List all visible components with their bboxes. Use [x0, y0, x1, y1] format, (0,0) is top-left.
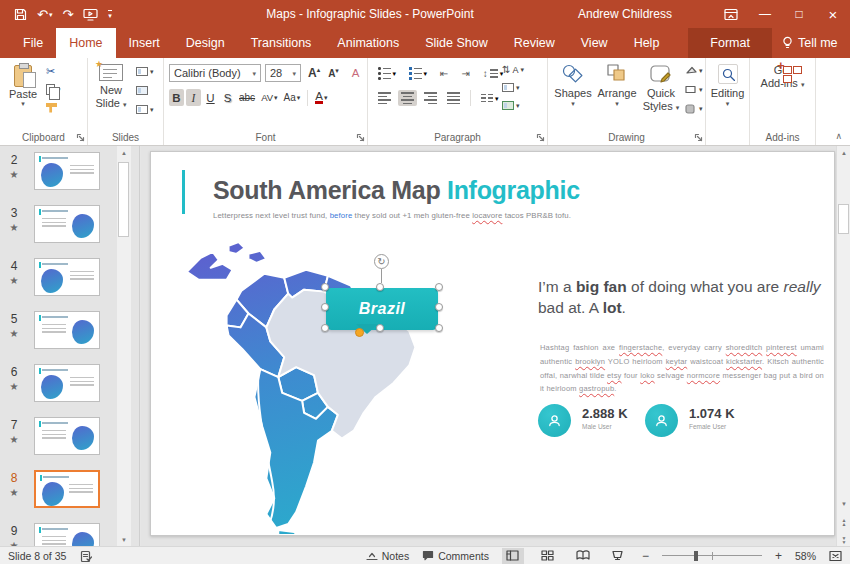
slide-sorter-view-button[interactable] [537, 548, 559, 564]
spell-check-icon[interactable] [80, 550, 92, 562]
ribbon-display-options-icon[interactable] [714, 0, 748, 28]
slide-heading-text[interactable]: I’m a big fan of doing what you are real… [538, 276, 838, 318]
tab-home[interactable]: Home [56, 28, 115, 58]
font-dialog-launcher[interactable] [356, 133, 365, 142]
increase-indent-button[interactable]: ⇥ [458, 66, 472, 81]
undo-button[interactable]: ↶ ▾ [37, 8, 52, 21]
slide-thumbnail-7[interactable] [34, 417, 100, 455]
drawing-dialog-launcher[interactable] [694, 133, 703, 142]
minimize-button[interactable]: — [748, 0, 782, 28]
numbering-button[interactable]: ▾ [406, 65, 430, 82]
bold-button[interactable]: B [169, 89, 184, 106]
zoom-level[interactable]: 58% [795, 550, 816, 562]
increase-font-size-button[interactable]: A▴ [306, 64, 322, 81]
font-size-combobox[interactable]: 28 ▾ [265, 64, 301, 82]
scroll-up-icon[interactable]: ▲ [837, 146, 850, 159]
copy-button[interactable]: ▾ [46, 83, 61, 96]
text-shadow-button[interactable]: S [220, 89, 235, 106]
bullets-button[interactable]: ▾ [375, 65, 399, 82]
tab-design[interactable]: Design [173, 28, 238, 58]
align-right-button[interactable] [421, 90, 440, 106]
shapes-button[interactable]: Shapes ▾ [550, 63, 596, 107]
scroll-down-icon[interactable]: ▼ [837, 497, 850, 510]
maximize-button[interactable]: □ [782, 0, 816, 28]
cut-button[interactable]: ✂ [46, 65, 61, 78]
tab-slide-show[interactable]: Slide Show [412, 28, 501, 58]
zoom-in-button[interactable]: + [775, 549, 782, 563]
brazil-callout-selection[interactable]: ↻ Brazil [321, 283, 443, 335]
slide-thumbnail-5[interactable] [34, 311, 100, 349]
character-spacing-button[interactable]: AV▾ [259, 89, 279, 106]
paragraph-dialog-launcher[interactable] [536, 133, 545, 142]
normal-view-button[interactable] [502, 548, 524, 564]
convert-smartart-button[interactable]: ▾ [502, 99, 524, 112]
selection-handle[interactable] [321, 324, 329, 332]
new-slide-button[interactable]: ★ New Slide ▾ [92, 63, 130, 110]
decrease-indent-button[interactable]: ⇤ [437, 66, 451, 81]
next-slide-button[interactable]: ▼▼ [837, 536, 850, 544]
panel-scrollbar-thumb[interactable] [118, 162, 129, 237]
align-left-button[interactable] [375, 90, 394, 106]
align-text-button[interactable]: ▾ [502, 81, 524, 94]
editing-button[interactable]: Editing ▾ [706, 64, 749, 107]
slide-title[interactable]: South America Map Infographic [213, 176, 580, 205]
slide-thumbnail-2[interactable] [34, 152, 100, 190]
close-button[interactable]: × [816, 0, 850, 28]
fit-slide-to-window-button[interactable] [829, 550, 842, 562]
selection-handle[interactable] [435, 283, 443, 291]
underline-button[interactable]: U [203, 89, 218, 106]
save-icon[interactable] [14, 8, 27, 21]
align-center-button[interactable] [398, 90, 417, 106]
rotation-handle-icon[interactable]: ↻ [374, 254, 389, 269]
shape-fill-button[interactable]: ▾ [684, 64, 703, 77]
section-button[interactable]: ▾ [136, 103, 154, 116]
slide-thumbnail-4[interactable] [34, 258, 100, 296]
slide-layout-button[interactable]: ▾ [136, 65, 154, 78]
paste-button[interactable]: Paste ▾ [5, 63, 41, 107]
account-name[interactable]: Andrew Childress [565, 7, 685, 21]
clipboard-dialog-launcher[interactable] [76, 133, 85, 142]
selection-handle[interactable] [435, 324, 443, 332]
text-direction-button[interactable]: ⇅A▾ [502, 63, 524, 76]
format-painter-button[interactable] [46, 101, 61, 114]
panel-scroll-down-icon[interactable]: ▼ [117, 533, 131, 546]
clear-formatting-button[interactable]: A [348, 64, 363, 81]
tab-help[interactable]: Help [621, 28, 673, 58]
slideshow-view-button[interactable] [607, 548, 629, 564]
tab-format[interactable]: Format [688, 28, 772, 58]
shape-effects-button[interactable]: ▾ [684, 102, 703, 115]
slide-thumbnail-8[interactable] [34, 470, 100, 508]
justify-button[interactable] [444, 90, 463, 106]
zoom-slider[interactable] [662, 548, 762, 564]
start-from-beginning-icon[interactable] [83, 8, 98, 21]
font-name-combobox[interactable]: Calibri (Body) ▾ [169, 64, 261, 82]
strikethrough-button[interactable]: abc [237, 89, 257, 106]
zoom-slider-thumb[interactable] [694, 551, 698, 561]
zoom-out-button[interactable]: − [642, 549, 649, 563]
shape-outline-button[interactable]: ▾ [684, 83, 703, 96]
slide-thumbnail-3[interactable] [34, 205, 100, 243]
quick-styles-button[interactable]: Quick Styles ▾ [638, 63, 684, 113]
selection-handle[interactable] [321, 303, 329, 311]
tell-me-button[interactable]: Tell me [772, 28, 848, 58]
font-color-button[interactable]: A▾ [313, 89, 329, 106]
redo-button[interactable]: ↷ [62, 8, 73, 21]
tab-view[interactable]: View [568, 28, 621, 58]
undo-caret-icon[interactable]: ▾ [49, 11, 53, 18]
previous-slide-button[interactable]: ▲▲ [837, 518, 850, 526]
tab-animations[interactable]: Animations [324, 28, 412, 58]
change-case-button[interactable]: Aa▾ [282, 89, 303, 106]
decrease-font-size-button[interactable]: A▾ [326, 65, 341, 82]
panel-scroll-up-icon[interactable]: ▲ [117, 146, 131, 159]
slide-thumbnail-6[interactable] [34, 364, 100, 402]
panel-scrollbar[interactable]: ▲ ▼ [117, 146, 131, 546]
collapse-ribbon-button[interactable]: ∧ [835, 131, 842, 141]
selection-handle[interactable] [376, 283, 384, 291]
tab-file[interactable]: File [10, 28, 56, 58]
south-america-map[interactable] [167, 236, 465, 534]
slide-subtitle[interactable]: Letterpress next level trust fund, befor… [213, 211, 571, 220]
main-scrollbar[interactable]: ▲ ▼ ▲▲ ▼▼ [836, 146, 850, 546]
tab-transitions[interactable]: Transitions [238, 28, 325, 58]
get-addins-button[interactable]: + Get Add-ins ▾ [750, 64, 815, 90]
font-size-caret-icon[interactable]: ▾ [292, 70, 296, 77]
